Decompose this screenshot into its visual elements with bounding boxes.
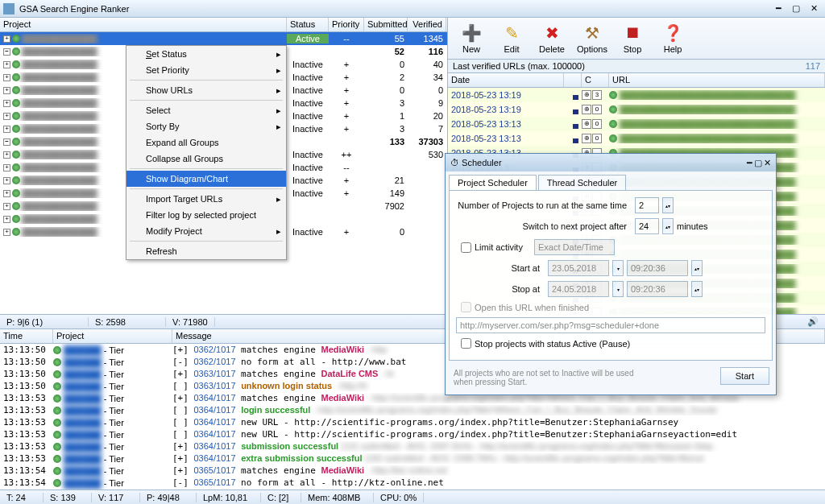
start-date-input[interactable] (548, 260, 609, 276)
main-toolbar: ➕New ✎Edit ✖Delete ⚒Options ⏹Stop ❓Help (448, 18, 825, 60)
stop-date-input[interactable] (548, 281, 609, 297)
scheduler-titlebar[interactable]: ⏱ Scheduler ━▢✕ (446, 154, 776, 171)
delete-button[interactable]: ✖Delete (535, 23, 569, 54)
menu-expand-all[interactable]: Expand all Groups (126, 134, 286, 151)
url-header: Last verified URLs (max. 100000) 117 (448, 60, 825, 73)
menu-set-status[interactable]: Set Status (126, 46, 286, 62)
menu-select[interactable]: Select (126, 102, 286, 118)
url-columns: Date C URL (448, 73, 825, 88)
project-context-menu: Set Status Set Priority Show URLs Select… (126, 45, 287, 260)
log-row[interactable]: 13:13:54 ██████ - Tier [+] 0365/1017 mat… (0, 465, 825, 477)
num-projects-input[interactable] (635, 197, 659, 213)
col-status[interactable]: Status (287, 18, 329, 31)
new-button[interactable]: ➕New (454, 23, 488, 54)
log-row[interactable]: 13:13:53 ██████ - Tier [+] 0364/1017 sub… (0, 440, 825, 452)
help-button[interactable]: ❓Help (656, 23, 690, 54)
menu-sort-by[interactable]: Sorty By (126, 118, 286, 134)
plus-icon: ➕ (462, 23, 481, 43)
col-c[interactable]: C (582, 73, 609, 87)
scheduler-close[interactable]: ✕ (764, 158, 771, 168)
col-log-project[interactable]: Project (53, 329, 172, 343)
stop-time-input[interactable] (627, 281, 688, 297)
col-date[interactable]: Date (448, 73, 564, 87)
menu-set-priority[interactable]: Set Priority (126, 62, 286, 78)
finish-url-input[interactable] (456, 317, 765, 333)
maximize-button[interactable]: ▢ (788, 2, 804, 15)
col-url[interactable]: URL (609, 73, 825, 87)
log-row[interactable]: 13:13:53 ██████ - Tier [ ] 0364/1017 log… (0, 404, 825, 416)
edit-button[interactable]: ✎Edit (495, 23, 529, 54)
window-titlebar: GSA Search Engine Ranker ━ ▢ ✕ (0, 0, 825, 18)
col-submitted[interactable]: Submitted (364, 18, 408, 31)
limit-type-select[interactable] (534, 239, 615, 255)
pencil-icon: ✎ (502, 23, 521, 43)
scheduler-dialog: ⏱ Scheduler ━▢✕ Project Scheduler Thread… (445, 153, 777, 395)
close-button[interactable]: ✕ (806, 2, 822, 15)
log-row[interactable]: 13:13:54 ██████ - Tier [-] 0365/1017 no … (0, 477, 825, 489)
scheduler-maximize[interactable]: ▢ (754, 158, 762, 168)
help-icon: ❓ (663, 23, 682, 43)
clock-icon: ⏱ (450, 158, 459, 167)
menu-refresh[interactable]: Refresh (126, 243, 286, 259)
col-project[interactable]: Project (0, 18, 287, 31)
stop-active-checkbox[interactable] (461, 338, 471, 349)
project-columns: Project Status Priority Submitted Verifi… (0, 18, 447, 32)
open-url-checkbox[interactable] (461, 302, 471, 312)
log-row[interactable]: 13:13:53 ██████ - Tier [+] 0364/1017 ext… (0, 452, 825, 465)
menu-modify-project[interactable]: Modify Project (126, 223, 286, 239)
options-button[interactable]: ⚒Options (575, 23, 609, 54)
delete-icon: ✖ (542, 23, 562, 43)
spinner-icon[interactable]: ▴▾ (662, 197, 674, 213)
menu-collapse-all[interactable]: Collapse all Groups (126, 151, 286, 167)
switch-after-input[interactable] (635, 218, 659, 234)
log-row[interactable]: 13:13:53 ██████ - Tier [ ] 0364/1017 new… (0, 416, 825, 428)
col-flag[interactable] (564, 73, 582, 87)
spinner-icon[interactable]: ▴▾ (662, 218, 674, 234)
window-title: GSA Search Engine Ranker (19, 4, 129, 14)
start-time-input[interactable] (627, 260, 688, 276)
app-icon (3, 3, 15, 14)
url-row[interactable]: 2018-05-23 13:19 ⊕3 ████████████████████… (448, 88, 825, 102)
stop-button[interactable]: ⏹Stop (616, 23, 649, 54)
tab-project-scheduler[interactable]: Project Scheduler (449, 175, 537, 190)
minimize-button[interactable]: ━ (770, 2, 786, 15)
col-priority[interactable]: Priority (329, 18, 364, 31)
scheduler-minimize[interactable]: ━ (747, 158, 752, 168)
project-row[interactable]: +████████████ Active-- 551345 (0, 32, 447, 45)
col-time[interactable]: Time (0, 329, 53, 343)
menu-show-urls[interactable]: Show URLs (126, 82, 286, 98)
url-row[interactable]: 2018-05-23 13:19 ⊕0 ████████████████████… (448, 102, 825, 117)
menu-filter-log[interactable]: Filter log by selected project (126, 207, 286, 223)
tools-icon: ⚒ (582, 23, 602, 43)
menu-show-diagram[interactable]: Show Diagram/Chart (126, 171, 286, 187)
limit-activity-checkbox[interactable] (461, 242, 471, 253)
tab-thread-scheduler[interactable]: Thread Scheduler (538, 175, 626, 190)
start-button[interactable]: Start (720, 367, 769, 385)
col-verified[interactable]: Verified (408, 18, 446, 31)
log-row[interactable]: 13:13:53 ██████ - Tier [ ] 0364/1017 new… (0, 428, 825, 440)
url-row[interactable]: 2018-05-23 13:13 ⊕0 ████████████████████… (448, 131, 825, 146)
menu-import-urls[interactable]: Import Target URLs (126, 191, 286, 207)
app-status-bar: T: 24 S: 139 V: 117 P: 49|48 LpM: 10,81 … (0, 490, 825, 504)
url-row[interactable]: 2018-05-23 13:13 ⊕0 ████████████████████… (448, 117, 825, 131)
stop-icon: ⏹ (623, 23, 642, 43)
